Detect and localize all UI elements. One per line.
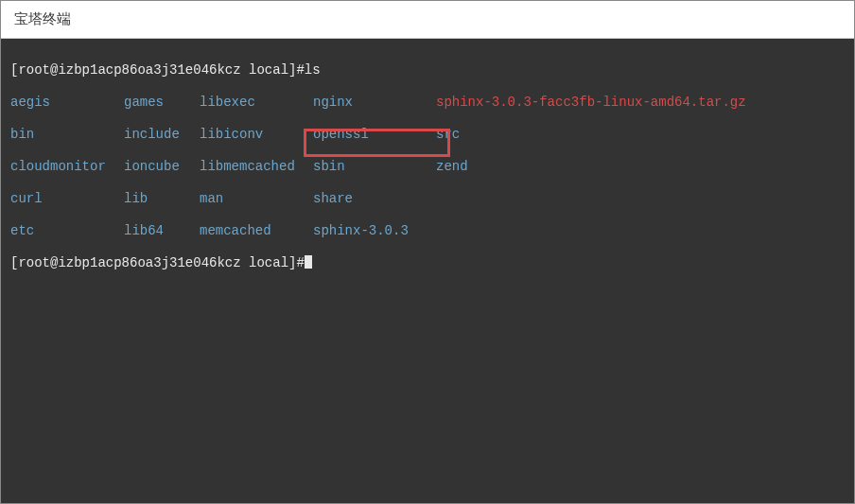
- dir-entry: man: [200, 191, 313, 207]
- dir-entry: lib64: [124, 223, 200, 239]
- dir-entry: aegis: [10, 95, 124, 111]
- ls-row-0: aegisgameslibexecnginxsphinx-3.0.3-facc3…: [10, 95, 845, 111]
- terminal-area[interactable]: [root@izbp1acp86oa3j31e046kcz local]# ls…: [1, 39, 854, 503]
- window-title: 宝塔终端: [14, 10, 71, 26]
- dir-entry: games: [124, 95, 200, 111]
- dir-entry: openssl: [313, 127, 436, 143]
- command: ls: [305, 62, 321, 78]
- prompt-line-2: [root@izbp1acp86oa3j31e046kcz local]#: [10, 255, 845, 271]
- dir-entry: ioncube: [124, 159, 200, 175]
- file-entry: sphinx-3.0.3-facc3fb-linux-amd64.tar.gz: [436, 95, 746, 111]
- dir-entry: nginx: [313, 95, 436, 111]
- titlebar: 宝塔终端: [1, 1, 854, 39]
- dir-entry: sphinx-3.0.3: [313, 223, 436, 239]
- dir-entry: memcached: [200, 223, 313, 239]
- dir-entry: sbin: [313, 159, 436, 175]
- dir-entry: etc: [10, 223, 124, 239]
- dir-entry: src: [436, 127, 460, 143]
- prompt: [root@izbp1acp86oa3j31e046kcz local]#: [10, 62, 305, 78]
- dir-entry: curl: [10, 191, 124, 207]
- dir-entry: libiconv: [200, 127, 313, 143]
- prompt-line-1: [root@izbp1acp86oa3j31e046kcz local]# ls: [10, 62, 845, 78]
- dir-entry: libexec: [200, 95, 313, 111]
- dir-entry: include: [124, 127, 200, 143]
- ls-row-1: binincludelibiconvopensslsrc: [10, 127, 845, 143]
- dir-entry: lib: [124, 191, 200, 207]
- prompt: [root@izbp1acp86oa3j31e046kcz local]#: [10, 255, 305, 271]
- ls-row-2: cloudmonitorioncubelibmemcachedsbinzend: [10, 159, 845, 175]
- cursor-icon: [305, 255, 312, 269]
- dir-entry: zend: [436, 159, 468, 175]
- ls-row-4: etclib64memcachedsphinx-3.0.3: [10, 223, 845, 239]
- dir-entry: share: [313, 191, 436, 207]
- dir-entry: bin: [10, 127, 124, 143]
- ls-row-3: curllibmanshare: [10, 191, 845, 207]
- dir-entry: cloudmonitor: [10, 159, 124, 175]
- dir-entry: libmemcached: [200, 159, 313, 175]
